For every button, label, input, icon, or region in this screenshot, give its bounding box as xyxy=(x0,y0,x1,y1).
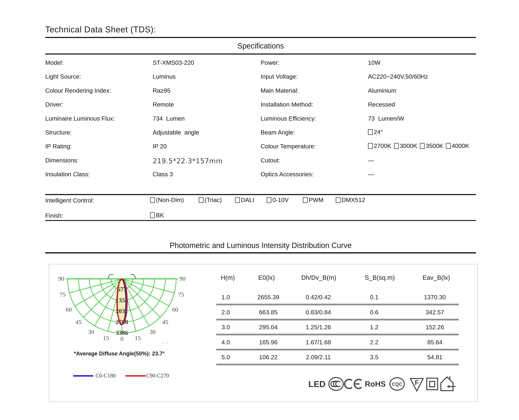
spec-label: Structure: xyxy=(45,129,72,136)
table-cell: 1.67/1.68 xyxy=(306,339,331,346)
table-cell: 1370.30 xyxy=(424,294,446,301)
control-option: (Non-Dim) xyxy=(150,196,184,203)
table-cell: 2.0 xyxy=(221,309,230,316)
spec-label: Insulation Class: xyxy=(45,171,90,178)
table-cell: 2655.39 xyxy=(257,294,279,301)
table-row-separator xyxy=(216,319,459,319)
control-option: DALI xyxy=(235,196,254,203)
specifications-heading: Specifications xyxy=(45,42,476,50)
checkbox-icon[interactable] xyxy=(150,212,155,218)
control-option: 0-10V xyxy=(267,196,289,203)
table-cell: 342.57 xyxy=(426,309,444,316)
checkbox-icon[interactable] xyxy=(235,197,240,203)
angle-tick-label: 45 xyxy=(76,319,82,325)
checkbox-icon[interactable] xyxy=(394,143,399,149)
table-row-separator xyxy=(216,335,459,335)
checkbox-icon[interactable] xyxy=(267,197,271,203)
control-option-option: 0-10V xyxy=(267,196,289,203)
divider xyxy=(45,53,476,54)
spec-label: Aluminium xyxy=(368,87,396,94)
spec-checkbox-group-option-label: 3500K xyxy=(426,142,443,150)
spec-checkbox-group-option-label: 2700K xyxy=(374,142,391,150)
table-header-cell: Dh/Dv_B(m) xyxy=(301,274,336,281)
table-cell: 106.22 xyxy=(259,354,277,361)
control-row-label: Finish: xyxy=(45,212,63,219)
grid-radial-line xyxy=(122,279,174,293)
table-row-separator xyxy=(216,305,459,305)
table-cell: 1.2 xyxy=(370,324,379,331)
spec-checkbox-group-option-label: 4000K xyxy=(452,142,469,150)
luminaire-symbol-right xyxy=(130,274,136,279)
angle-tick-label: 90 xyxy=(179,275,185,282)
checkbox-icon[interactable] xyxy=(336,197,341,203)
checkbox-icon[interactable] xyxy=(150,197,155,203)
illuminance-table: H(m)E0(lx)Dh/Dv_B(m)S_B(sq.m)Eav_B(lx)1.… xyxy=(216,272,459,368)
checkbox-icon[interactable] xyxy=(368,129,373,135)
control-option: (Triac) xyxy=(199,196,222,203)
spec-label: IP Rating: xyxy=(45,143,72,150)
control-option-option: (Triac) xyxy=(199,196,222,203)
table-row-separator xyxy=(216,365,459,365)
spec-label: Luminaire Luminous Flux: xyxy=(45,115,115,122)
divider xyxy=(45,37,476,38)
spec-label: AC220~240V,50/60Hz xyxy=(368,73,428,80)
spec-label: Driver: xyxy=(45,101,63,108)
checkbox-icon[interactable] xyxy=(303,197,308,203)
spec-label: 10W xyxy=(368,59,380,66)
table-row-separator xyxy=(216,349,459,349)
table-cell: 3.0 xyxy=(221,324,230,331)
legend-line-c90-c270 xyxy=(125,375,146,376)
angle-tick-label: 0 xyxy=(120,335,123,342)
watermark-dots: .. .. xyxy=(162,339,168,344)
spec-label: Optics Accessories: xyxy=(261,171,313,178)
spec-checkbox-group: 2700K3000K3500K4000K xyxy=(368,142,469,150)
spec-label: Power: xyxy=(261,59,280,66)
table-header-cell: H(m) xyxy=(221,274,235,281)
table-cell: 54.81 xyxy=(427,354,443,361)
table-cell: 2.2 xyxy=(370,339,379,346)
angle-tick-label: 30 xyxy=(88,328,94,335)
checkbox-icon[interactable] xyxy=(446,143,451,149)
control-option-option: BK xyxy=(150,212,164,219)
page-title: Technical Data Sheet (TDS): xyxy=(45,24,156,34)
spec-label: Cutout: xyxy=(261,157,280,164)
checkbox-icon[interactable] xyxy=(199,197,204,203)
diffuse-angle-caption: *Average Diffuse Angle(50%): 23.7° xyxy=(74,351,165,357)
table-cell: 0.42/0.42 xyxy=(306,294,331,301)
control-option: DMX512 xyxy=(336,196,365,203)
intensity-distribution-chart: 6771354203127083386015153030454560607575… xyxy=(53,271,189,354)
angle-tick-label: 75 xyxy=(60,291,66,298)
control-option-option-label: DMX512 xyxy=(342,196,365,203)
divider xyxy=(45,220,476,221)
checkbox-icon[interactable] xyxy=(420,143,425,149)
spec-label: Colour Temperature: xyxy=(261,143,316,150)
spec-label: Luminous Efficiency: xyxy=(261,115,316,122)
legend-label: C90-C270 xyxy=(146,372,169,379)
spec-label: Adjustable angle xyxy=(153,129,199,136)
control-option-option-label: BK xyxy=(156,212,164,219)
spec-label: Light Source: xyxy=(45,73,81,80)
control-row-label: Intelligent Control: xyxy=(45,197,94,204)
control-option: PWM xyxy=(303,196,323,203)
spec-checkbox-group-option: 4000K xyxy=(446,142,469,150)
spec-label: ST-XMS03-220 xyxy=(153,59,194,66)
table-cell: 2.09/2.11 xyxy=(306,354,331,361)
table-header-cell: S_B(sq.m) xyxy=(365,274,395,281)
table-row-separator xyxy=(216,334,459,334)
spec-label: Input Voltage: xyxy=(261,73,298,80)
control-option-option: PWM xyxy=(303,196,323,203)
control-option-option-label: PWM xyxy=(309,196,323,203)
table-cell: 663.85 xyxy=(259,309,277,316)
divider xyxy=(45,194,476,195)
control-option-option: (Non-Dim) xyxy=(150,196,184,203)
table-cell: 0.83/0.84 xyxy=(306,309,331,316)
checkbox-icon[interactable] xyxy=(368,143,373,149)
spec-checkbox-group-option-label: 3000K xyxy=(400,142,417,150)
table-row-separator xyxy=(216,364,459,364)
table-cell: 4.0 xyxy=(221,339,230,346)
control-option-option-label: (Non-Dim) xyxy=(156,196,184,203)
divider xyxy=(45,252,476,254)
spec-checkbox-group-option: 24° xyxy=(368,128,383,135)
angle-tick-label: 30 xyxy=(150,328,156,335)
spec-label: Installation Method: xyxy=(261,101,313,108)
